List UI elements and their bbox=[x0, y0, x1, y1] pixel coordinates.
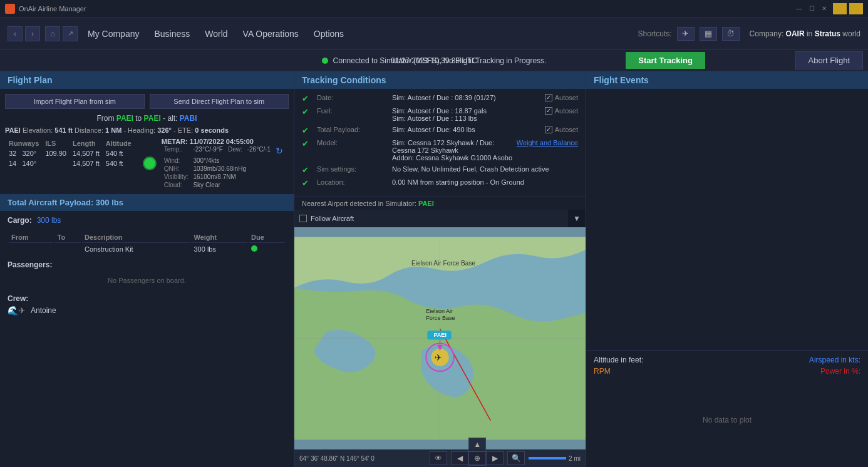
nav-item-va-operations[interactable]: VA Operations bbox=[243, 26, 299, 41]
altitude-label: Altitude in feet: bbox=[594, 356, 643, 364]
follow-aircraft-label[interactable]: Follow Aircraft bbox=[311, 215, 354, 222]
metar-qnh-label: QNH: bbox=[162, 165, 191, 173]
metar-dew-label: Dew: bbox=[225, 145, 245, 157]
col-runways: Runways bbox=[6, 139, 41, 148]
svg-text:PAEI: PAEI bbox=[433, 332, 447, 338]
crew-icons: 🌊✈ bbox=[8, 305, 26, 316]
metar-data: METAR: 11/07/2022 04:55:00 Temp.: -23°C/… bbox=[162, 138, 286, 189]
tracking-row-fuel: ✔ Fuel: Sim: Autoset / Due : 18.87 galsS… bbox=[302, 107, 578, 122]
tracking-value-date: Sim: Autoset / Due : 08:39 (01/27) bbox=[392, 94, 545, 101]
runway-altitude: 540 ft bbox=[103, 149, 134, 158]
map-follow-bar: Follow Aircraft bbox=[294, 210, 586, 227]
fp-ete: 0 seconds bbox=[195, 126, 229, 134]
fp-heading-label: - Heading: bbox=[123, 126, 157, 134]
nav-forward-button[interactable]: › bbox=[25, 26, 40, 41]
map-eye-button[interactable]: 👁 bbox=[430, 451, 447, 465]
nav-item-options[interactable]: Options bbox=[314, 26, 344, 41]
metar-visibility-label: Visibility: bbox=[162, 173, 191, 181]
send-flight-plan-button[interactable]: Send Direct Flight Plan to sim bbox=[150, 94, 289, 109]
tracking-label-sim-settings: Sim settings: bbox=[317, 165, 392, 173]
corner-btn-2[interactable] bbox=[849, 3, 863, 14]
rpm-label: RPM bbox=[594, 367, 611, 376]
nav-item-my-company[interactable]: My Company bbox=[88, 26, 139, 41]
check-icon-sim-settings: ✔ bbox=[302, 165, 312, 175]
svg-text:✈: ✈ bbox=[435, 352, 442, 362]
nav-external-button[interactable]: ↗ bbox=[63, 26, 78, 41]
fp-route: From PAEI to PAEI - alt: PABI bbox=[5, 114, 289, 123]
tracking-row-sim-settings: ✔ Sim settings: No Slew, No Unlimited Fu… bbox=[302, 165, 578, 175]
nav-item-world[interactable]: World bbox=[205, 26, 227, 41]
follow-checkbox[interactable] bbox=[299, 215, 307, 222]
metar-circle bbox=[143, 157, 157, 170]
shortcut-icon-3[interactable]: ⏱ bbox=[722, 27, 740, 41]
shortcut-icon-2[interactable]: ▦ bbox=[700, 27, 717, 41]
nearest-airport-code: PAEI bbox=[418, 200, 434, 207]
fp-distance: 1 NM bbox=[105, 126, 121, 134]
col-due: Due bbox=[249, 232, 285, 243]
tracking-row-payload: ✔ Total Payload: Sim: Autoset / Due: 490… bbox=[302, 126, 578, 135]
route-alt-airport: PABI bbox=[180, 114, 197, 123]
runway-row: 32 320° 109.90 14,507 ft 540 ft bbox=[6, 149, 134, 158]
map-left-button[interactable]: ◀ bbox=[451, 451, 468, 465]
stats-row-1: Altitude in feet: Airspeed in kts: bbox=[594, 356, 860, 364]
runway-name: 32 320° bbox=[6, 149, 41, 158]
autoset-check-fuel[interactable] bbox=[545, 107, 552, 115]
check-icon-location: ✔ bbox=[302, 178, 312, 188]
autoset-check-date[interactable] bbox=[545, 94, 552, 101]
metar-refresh-btn[interactable]: ↻ bbox=[273, 145, 286, 157]
start-tracking-button[interactable]: Start Tracking bbox=[626, 52, 705, 69]
close-button[interactable]: ✕ bbox=[820, 5, 828, 13]
map-expand-button[interactable]: ▼ bbox=[568, 210, 586, 227]
map-svg: Eielson Air Force Base Eielson Air Force… bbox=[294, 227, 586, 449]
flight-plan-section: Import Flight Plan from sim Send Direct … bbox=[0, 89, 294, 194]
autoset-label-payload: Autoset bbox=[555, 126, 578, 133]
flight-events-section bbox=[586, 89, 868, 350]
cargo-to bbox=[54, 244, 81, 254]
maximize-button[interactable]: ☐ bbox=[808, 5, 815, 13]
crew-name: Antoine bbox=[31, 306, 56, 315]
fp-ete-label: - ETE: bbox=[173, 126, 195, 134]
corner-btn-1[interactable] bbox=[833, 3, 847, 14]
nearest-airport-label: Nearest Airport detected in Simulator: bbox=[302, 200, 416, 207]
metar-indicator bbox=[143, 138, 157, 189]
status-dot bbox=[322, 58, 328, 64]
import-flight-plan-button[interactable]: Import Flight Plan from sim bbox=[5, 94, 145, 109]
tracking-section: ✔ Date: Sim: Autoset / Due : 08:39 (01/2… bbox=[294, 89, 586, 197]
route-alt-label: - alt: bbox=[163, 114, 180, 123]
minimize-button[interactable]: — bbox=[795, 5, 803, 13]
svg-text:Eielson Air Force Base: Eielson Air Force Base bbox=[411, 260, 475, 267]
abort-flight-button[interactable]: Abort Flight bbox=[795, 51, 863, 69]
no-passengers-text: No Passengers on board. bbox=[8, 272, 286, 289]
tracking-value-fuel: Sim: Autoset / Due : 18.87 galsSim: Auto… bbox=[392, 107, 545, 122]
datetime: 01/27/2023 10:39:39 UTC bbox=[391, 56, 477, 65]
metar-table: Temp.: -23°C/-9°F Dew: -26°C/-1 ↻ Wind: … bbox=[162, 145, 286, 189]
crew-member: 🌊✈ Antoine bbox=[8, 305, 286, 316]
nav-home-button[interactable]: ⌂ bbox=[45, 26, 60, 41]
nav-back-button[interactable]: ‹ bbox=[8, 26, 23, 41]
fp-from-airport: PAEI bbox=[5, 126, 21, 134]
map-nav-cluster: ▲ ◀ ⊕ ▶ ▼ bbox=[451, 438, 504, 467]
fp-elevation: 541 ft bbox=[54, 126, 73, 134]
nav-item-business[interactable]: Business bbox=[154, 26, 190, 41]
col-length: Length bbox=[70, 139, 102, 148]
map-up-button[interactable]: ▲ bbox=[468, 438, 486, 451]
no-data-plot: No data to plot bbox=[594, 378, 860, 462]
check-icon-fuel: ✔ bbox=[302, 107, 312, 116]
app-title: OnAir Airline Manager bbox=[19, 5, 795, 13]
map-zoom-button[interactable]: 🔍 bbox=[507, 451, 525, 465]
cargo-description: Construction Kit bbox=[82, 244, 190, 254]
weight-balance-link[interactable]: Weight and Balance bbox=[517, 139, 578, 146]
col-to: To bbox=[54, 232, 81, 243]
company-name: OAIR bbox=[786, 29, 805, 38]
middle-panel: Tracking Conditions ✔ Date: Sim: Autoset… bbox=[294, 71, 586, 467]
cargo-due bbox=[249, 244, 285, 254]
map-right-button[interactable]: ▶ bbox=[486, 451, 504, 465]
company-prefix: Company: bbox=[750, 29, 786, 38]
fp-distance-label: Distance: bbox=[75, 126, 105, 134]
shortcut-icon-1[interactable]: ✈ bbox=[677, 27, 695, 41]
map-center-button[interactable]: ⊕ bbox=[468, 451, 486, 465]
map-coordinates: 64° 36' 48.86" N 146° 54' 0 bbox=[299, 455, 426, 462]
metar-temp-label: Temp.: bbox=[162, 145, 191, 157]
cargo-weight-value: 300 lbs bbox=[191, 244, 247, 254]
autoset-check-payload[interactable] bbox=[545, 126, 552, 133]
